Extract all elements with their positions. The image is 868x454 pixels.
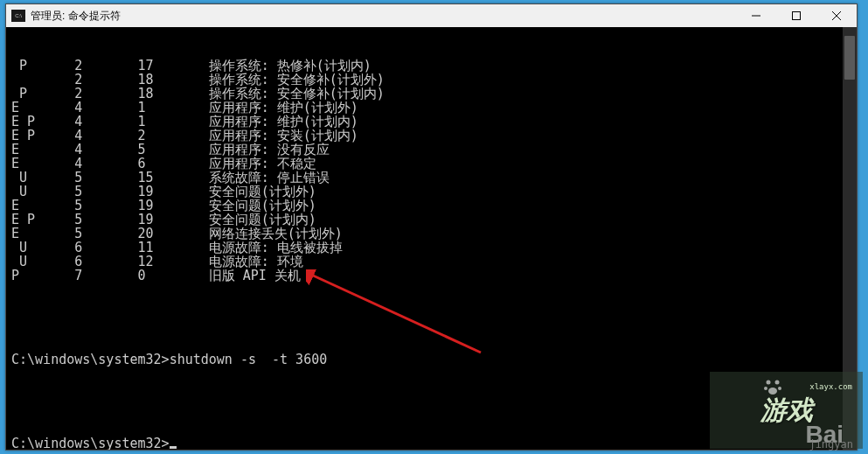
scrollbar-vertical[interactable] [843, 27, 857, 450]
terminal-output-line: U 6 11 电源故障: 电线被拔掉 [11, 241, 851, 255]
titlebar[interactable]: 管理员: 命令提示符 [6, 4, 857, 27]
terminal-prompt-line: C:\windows\system32>shutdown -s -t 3600 [11, 353, 851, 367]
terminal-blank [11, 311, 851, 325]
cmd-icon [11, 10, 25, 22]
maximize-button[interactable] [776, 4, 816, 27]
terminal-body[interactable]: P 2 17 操作系统: 热修补(计划内) 2 18 操作系统: 安全修补(计划… [6, 27, 857, 450]
terminal-output-line: E 4 1 应用程序: 维护(计划外) [11, 101, 851, 115]
terminal-output-line: E P 4 2 应用程序: 安装(计划内) [11, 129, 851, 143]
scrollbar-thumb[interactable] [844, 36, 855, 80]
terminal-prompt-current: C:\windows\system32> [11, 437, 851, 450]
terminal-output-line: P 2 17 操作系统: 热修补(计划内) [11, 59, 851, 73]
terminal-blank [11, 395, 851, 409]
terminal-output-line: U 6 12 电源故障: 环境 [11, 255, 851, 269]
close-button[interactable] [816, 4, 857, 27]
prompt-prefix: C:\windows\system32> [11, 352, 170, 367]
terminal-output-line: 2 18 操作系统: 安全修补(计划外) [11, 73, 851, 87]
prompt-prefix: C:\windows\system32> [11, 436, 170, 450]
window-controls [736, 4, 857, 27]
prompt-command: shutdown -s -t 3600 [170, 352, 328, 367]
terminal-output-line: P 2 18 操作系统: 安全修补(计划内) [11, 87, 851, 101]
terminal-output-line: E 4 6 应用程序: 不稳定 [11, 157, 851, 171]
terminal-content: P 2 17 操作系统: 热修补(计划内) 2 18 操作系统: 安全修补(计划… [6, 27, 857, 450]
terminal-output-line: E P 4 1 应用程序: 维护(计划内) [11, 115, 851, 129]
window-title: 管理员: 命令提示符 [31, 9, 736, 24]
terminal-output-line: E 4 5 应用程序: 没有反应 [11, 143, 851, 157]
cursor [170, 446, 177, 449]
terminal-output-line: E 5 19 安全问题(计划外) [11, 199, 851, 213]
terminal-output-line: E 5 20 网络连接丢失(计划外) [11, 227, 851, 241]
minimize-button[interactable] [736, 4, 776, 27]
terminal-output-line: E P 5 19 安全问题(计划内) [11, 213, 851, 227]
terminal-output-line: P 7 0 旧版 API 关机 [11, 269, 851, 283]
svg-rect-1 [793, 12, 801, 20]
command-prompt-window: 管理员: 命令提示符 P 2 17 操作系统: 热修补(计划内) 2 18 操作… [5, 3, 858, 451]
terminal-output-line: U 5 19 安全问题(计划外) [11, 185, 851, 199]
terminal-output-line: U 5 15 系统故障: 停止错误 [11, 171, 851, 185]
